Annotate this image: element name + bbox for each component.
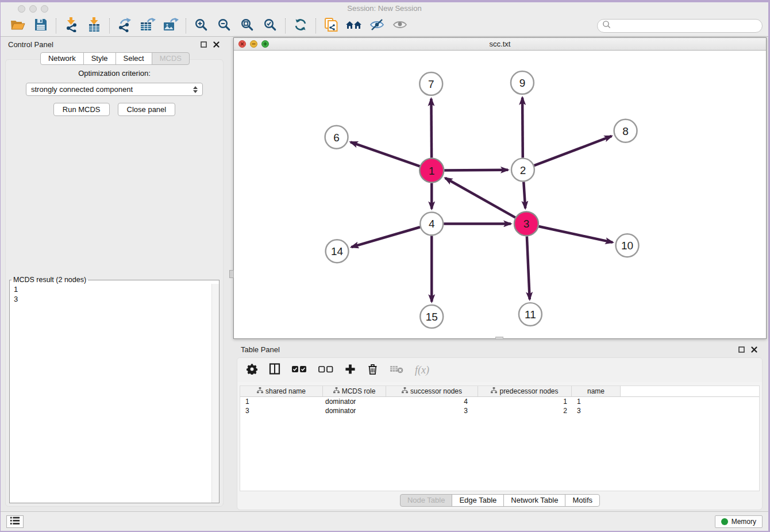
add-column-button[interactable] [345, 364, 356, 377]
search-input[interactable] [613, 22, 757, 30]
zoom-selected-icon [263, 18, 277, 34]
import-network-button[interactable] [60, 17, 83, 35]
control-panel: Control Panel Network Style Select MCDS … [1, 37, 229, 511]
column-header-successor-nodes[interactable]: successor nodes [386, 386, 478, 396]
tab-motifs[interactable]: Motifs [565, 494, 600, 507]
save-session-button[interactable] [29, 17, 52, 35]
graph-edge[interactable] [534, 136, 612, 165]
table-cell: 1 [572, 398, 621, 406]
float-table-panel-button[interactable] [737, 345, 746, 354]
maximize-network-button[interactable] [261, 40, 269, 48]
table-panel-title: Table Panel [241, 345, 280, 354]
tab-network[interactable]: Network [40, 52, 84, 65]
search-box [597, 19, 763, 33]
minimize-window-button[interactable] [29, 5, 37, 13]
export-table-button[interactable] [136, 17, 159, 35]
tab-style[interactable]: Style [83, 52, 116, 65]
zoom-in-button[interactable] [190, 17, 213, 35]
zoom-selected-button[interactable] [259, 17, 282, 35]
run-mcds-button[interactable]: Run MCDS [53, 103, 110, 116]
graph-edge[interactable] [527, 236, 530, 299]
select-all-button[interactable] [292, 365, 307, 375]
table-cell: 4 [386, 398, 478, 406]
result-scrollbar[interactable] [211, 284, 219, 503]
criterion-value: strongly connected component [31, 85, 133, 94]
apply-layout-button[interactable] [289, 17, 312, 35]
network-window-titlebar[interactable]: scc.txt [234, 38, 766, 51]
graph-edge[interactable] [445, 178, 515, 218]
close-window-button[interactable] [18, 5, 25, 13]
network-view-window: scc.txt 7968124314101511 [233, 37, 767, 339]
graph-edge[interactable] [351, 142, 419, 166]
table-cell: 3 [572, 407, 621, 415]
task-history-button[interactable] [6, 515, 24, 528]
graph-edge[interactable] [523, 182, 525, 209]
float-panel-button[interactable] [199, 40, 209, 49]
import-table-icon [87, 17, 102, 34]
zoom-out-button[interactable] [213, 17, 236, 35]
column-header-predecessor-nodes[interactable]: predecessor nodes [478, 386, 572, 396]
graph-edge[interactable] [431, 99, 432, 158]
network-window-title: scc.txt [234, 38, 766, 51]
houses-icon [345, 18, 363, 33]
tab-mcds[interactable]: MCDS [152, 52, 190, 65]
node-label: 1 [429, 165, 435, 177]
unchecked-boxes-icon [318, 365, 333, 375]
column-header-name[interactable]: name [572, 386, 621, 396]
delete-column-button[interactable] [367, 363, 378, 377]
tab-edge-table[interactable]: Edge Table [452, 494, 504, 507]
checked-boxes-icon [292, 365, 307, 375]
trash-icon [367, 363, 378, 377]
splitter-handle[interactable] [495, 337, 503, 340]
splitter-handle[interactable] [229, 270, 234, 278]
function-builder-button[interactable]: f(x) [415, 364, 429, 376]
node-label: 3 [523, 218, 530, 230]
open-session-button[interactable] [6, 17, 29, 35]
graph-edge[interactable] [444, 170, 508, 171]
application-window: Session: New Session Control [1, 2, 768, 531]
network-graph: 7968124314101511 [234, 51, 766, 338]
memory-button[interactable]: Memory [715, 515, 763, 528]
import-table-button[interactable] [83, 17, 106, 35]
table-row[interactable]: 1dominator411 [240, 397, 759, 406]
columns-icon [269, 363, 280, 377]
toggle-columns-button[interactable] [269, 363, 280, 377]
minimize-network-button[interactable] [250, 40, 257, 48]
optimization-criterion-label: Optimization criterion: [6, 69, 223, 78]
dropdown-stepper-icon [193, 86, 198, 93]
main-titlebar: Session: New Session [1, 2, 768, 15]
export-image-button[interactable] [159, 17, 182, 35]
hide-details-button[interactable] [365, 17, 388, 35]
export-network-button[interactable] [113, 17, 136, 35]
criterion-dropdown[interactable]: strongly connected component [26, 83, 203, 96]
delete-table-button[interactable] [390, 364, 403, 376]
table-cell: 1 [478, 398, 572, 406]
table-settings-button[interactable] [247, 364, 257, 377]
toolbar-separator [109, 18, 110, 33]
column-header-mcds-role[interactable]: MCDS role [323, 386, 386, 396]
home-button[interactable] [342, 17, 365, 35]
close-panel-button[interactable] [211, 40, 221, 49]
clone-network-button[interactable] [319, 17, 342, 35]
tab-network-table[interactable]: Network Table [503, 494, 565, 507]
tab-select[interactable]: Select [116, 52, 152, 65]
delete-table-icon [390, 364, 403, 376]
mcds-result-box: MCDS result (2 nodes) 1 3 [9, 276, 220, 503]
show-details-button[interactable] [388, 17, 411, 35]
zoom-fit-icon [240, 18, 254, 34]
network-canvas[interactable]: 7968124314101511 [234, 51, 766, 338]
column-header-shared-name[interactable]: shared name [240, 386, 323, 396]
close-panel-button2[interactable]: Close panel [118, 103, 176, 116]
graph-edge[interactable] [351, 227, 420, 247]
close-table-panel-button[interactable] [749, 345, 759, 354]
zoom-window-button[interactable] [41, 5, 48, 13]
table-row[interactable]: 3dominator323 [240, 406, 759, 415]
zoom-fit-button[interactable] [236, 17, 259, 35]
tab-node-table[interactable]: Node Table [400, 494, 453, 507]
refresh-icon [294, 18, 307, 34]
graph-edge[interactable] [538, 226, 613, 242]
graph-edge[interactable] [522, 98, 523, 158]
deselect-all-button[interactable] [318, 365, 333, 375]
close-network-button[interactable] [238, 40, 246, 48]
eye-slash-icon [369, 18, 384, 33]
